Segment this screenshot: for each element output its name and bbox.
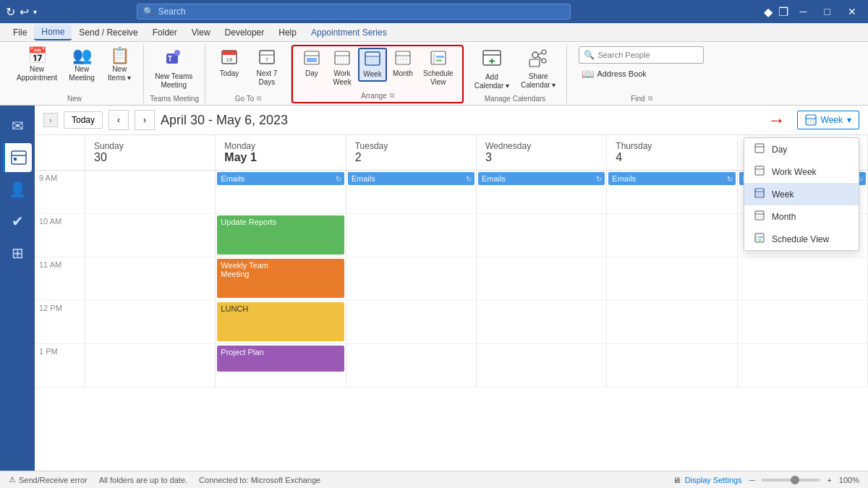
month-view-button[interactable]: Month [388, 48, 417, 80]
monday-12pm[interactable]: LUNCH [216, 301, 346, 344]
friday-12pm[interactable] [738, 301, 868, 344]
wednesday-12pm[interactable] [477, 301, 607, 344]
sidebar-expand-button[interactable]: › [43, 113, 58, 127]
menu-file[interactable]: File [6, 25, 34, 40]
sunday-12pm[interactable] [85, 301, 216, 344]
new-appointment-button[interactable]: 📅 NewAppointment [12, 45, 62, 85]
undo-icon[interactable]: ↩ [20, 5, 29, 19]
sidebar-item-apps[interactable]: ⊞ [3, 239, 32, 267]
dropdown-workweek-item[interactable]: Work Week [744, 160, 859, 183]
sidebar-item-people[interactable]: 👤 [3, 175, 32, 204]
sidebar-item-mail[interactable]: ✉ [3, 111, 32, 140]
dropdown-month-item[interactable]: Month [744, 205, 859, 228]
tuesday-1pm[interactable] [346, 344, 477, 388]
thursday-emails-event[interactable]: Emails ↻ [608, 172, 735, 185]
view-selector-button[interactable]: Week ▾ [797, 111, 859, 129]
workweek-view-button[interactable]: WorkWeek [328, 48, 357, 89]
ribbon-group-arrange: Day WorkWeek [292, 45, 464, 103]
sunday-10am[interactable] [85, 214, 216, 257]
address-book-icon: 📖 [582, 68, 594, 80]
next7days-button[interactable]: 7 Next 7Days [249, 45, 285, 90]
sidebar-item-calendar[interactable] [3, 143, 32, 172]
wednesday-11am[interactable] [477, 257, 607, 301]
monday-emails-event[interactable]: Emails ↻ [217, 172, 344, 185]
weekly-team-meeting-event[interactable]: Weekly TeamMeeting [217, 259, 344, 298]
nav-today-button[interactable]: Today [64, 111, 103, 129]
restore-icon[interactable]: ❐ [778, 5, 788, 19]
menu-home[interactable]: Home [34, 25, 72, 40]
monday-1pm[interactable]: Project Plan [216, 344, 346, 388]
add-calendar-button[interactable]: AddCalendar ▾ [469, 45, 514, 93]
tuesday-12pm[interactable] [346, 301, 477, 344]
tuesday-11am[interactable] [346, 257, 477, 301]
tuesday-10am[interactable] [346, 214, 477, 257]
search-bar[interactable]: 🔍 Search [137, 4, 571, 20]
sunday-1pm[interactable] [85, 344, 216, 388]
update-reports-event[interactable]: Update Reports [217, 215, 344, 254]
monday-10am[interactable]: Update Reports [216, 214, 346, 257]
menu-appointment-series[interactable]: Appointment Series [304, 25, 394, 40]
new-teams-meeting-button[interactable]: T New TeamsMeeting [150, 45, 197, 93]
thursday-11am[interactable] [607, 257, 737, 301]
teams-icon: T [163, 48, 184, 71]
display-settings-text[interactable]: Display Settings [685, 476, 742, 484]
nav-prev-button[interactable]: ‹ [109, 110, 129, 130]
sidebar-item-tasks[interactable]: ✔ [3, 207, 32, 236]
menu-send-receive[interactable]: Send / Receive [72, 25, 145, 40]
search-people-input[interactable] [597, 51, 699, 59]
week-view-button[interactable]: Week [358, 48, 387, 82]
day-view-button[interactable]: Day [297, 48, 326, 80]
thursday-1pm[interactable] [607, 344, 737, 388]
refresh-icon[interactable]: ↻ [6, 5, 15, 19]
wednesday-9am[interactable]: Emails ↻ [477, 171, 607, 214]
month-view-label: Month [393, 69, 413, 78]
zoom-slider[interactable] [762, 479, 820, 481]
lunch-event[interactable]: LUNCH [217, 302, 344, 341]
menu-view[interactable]: View [184, 25, 218, 40]
monday-9am[interactable]: Emails ↻ [216, 171, 346, 214]
maximize-button[interactable]: □ [819, 4, 836, 19]
share-calendar-button[interactable]: ShareCalendar ▾ [516, 45, 561, 93]
wednesday-1pm[interactable] [477, 344, 607, 388]
sunday-11am[interactable] [85, 257, 216, 301]
menu-developer[interactable]: Developer [218, 25, 272, 40]
zoom-minus-icon[interactable]: ─ [746, 476, 758, 484]
search-people-field[interactable]: 🔍 [579, 46, 704, 64]
menu-help[interactable]: Help [271, 25, 304, 40]
monday-11am[interactable]: Weekly TeamMeeting [216, 257, 346, 301]
wednesday-10am[interactable] [477, 214, 607, 257]
address-book-button[interactable]: 📖 Address Book [579, 67, 704, 81]
wednesday-emails-event[interactable]: Emails ↻ [478, 172, 605, 185]
sunday-9am[interactable] [85, 171, 216, 214]
close-button[interactable]: ✕ [842, 4, 862, 19]
project-plan-event[interactable]: Project Plan [217, 346, 344, 372]
next7days-label: Next 7Days [257, 69, 278, 87]
dropdown-week-item[interactable]: Week [744, 183, 859, 205]
schedule-view-button[interactable]: ScheduleView [419, 48, 458, 89]
new-meeting-button[interactable]: 👥 NewMeeting [64, 45, 100, 85]
dropdown-icon[interactable]: ▾ [33, 8, 37, 16]
thursday-12pm[interactable] [607, 301, 737, 344]
tuesday-9am[interactable]: Emails ↻ [346, 171, 477, 214]
dropdown-day-item[interactable]: Day [744, 138, 859, 160]
dropdown-scheduleview-item[interactable]: Schedule View [744, 228, 859, 250]
new-meeting-label: NewMeeting [69, 65, 95, 82]
thursday-9am[interactable]: Emails ↻ [607, 171, 737, 214]
nav-next-button[interactable]: › [135, 110, 155, 130]
zoom-plus-icon[interactable]: + [824, 476, 834, 484]
today-button[interactable]: 18 Today [211, 45, 247, 81]
new-items-button[interactable]: 📋 NewItems ▾ [101, 45, 137, 85]
find-expand-icon[interactable]: ⧉ [648, 95, 652, 103]
arrange-expand-icon[interactable]: ⧉ [390, 92, 394, 100]
goto-expand-icon[interactable]: ⧉ [257, 95, 261, 103]
friday-1pm[interactable] [738, 344, 868, 388]
week-view-label: Week [363, 70, 381, 79]
thursday-10am[interactable] [607, 214, 737, 257]
menu-folder[interactable]: Folder [145, 25, 184, 40]
window-controls: ◆ ❐ ─ □ ✕ [764, 4, 862, 19]
zoom-thumb[interactable] [791, 476, 799, 484]
tuesday-emails-event[interactable]: Emails ↻ [348, 172, 475, 185]
diamond-icon[interactable]: ◆ [764, 5, 773, 19]
minimize-button[interactable]: ─ [794, 4, 813, 19]
friday-11am[interactable] [738, 257, 868, 301]
